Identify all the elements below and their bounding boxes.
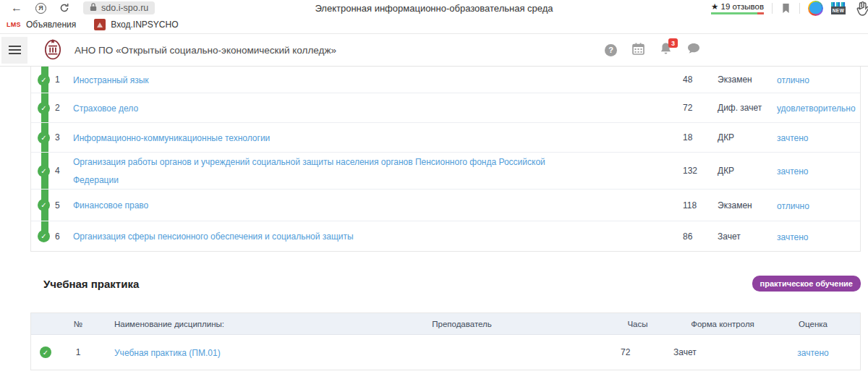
hand-extension-icon[interactable] [854, 0, 868, 16]
discipline-hours: 132 [683, 166, 718, 176]
discipline-control-form: ДКР [718, 132, 777, 143]
url-text: sdo.i-spo.ru [101, 3, 148, 13]
inpsycho-favicon [94, 19, 106, 30]
discipline-grade-link[interactable]: зачтено [777, 166, 809, 177]
discipline-link[interactable]: Информационно-коммуникационные технологи… [73, 133, 270, 143]
discipline-link[interactable]: Финансовое право [73, 200, 148, 210]
toolbar-separator [772, 3, 773, 14]
browser-page-title: Электронная информационно-образовательна… [315, 3, 553, 14]
discipline-number: 5 [55, 200, 73, 210]
help-icon[interactable]: ? [605, 44, 617, 56]
discipline-row: ✓ 5 Финансовое право 118 Экзамен отлично [31, 190, 860, 221]
toolbar-separator [799, 3, 800, 14]
practice-section-header: Учебная практика практическое обучение [30, 276, 861, 292]
yandex-home-icon[interactable]: Я [35, 3, 46, 14]
discipline-hours: 86 [683, 231, 718, 242]
bookmark-announcements[interactable]: Объявления [26, 20, 76, 30]
practice-row: ✓ 1 Учебная практика (ПМ.01) 72 Зачет за… [31, 335, 860, 370]
discipline-grade-link[interactable]: отлично [777, 201, 809, 211]
discipline-control-form: Диф. зачет [718, 103, 777, 113]
discipline-hours: 72 [683, 103, 718, 113]
discipline-row: ✓ 6 Организация сферы пенсионного обеспе… [31, 221, 860, 251]
completed-check-icon: ✓ [38, 132, 50, 144]
practice-number: 1 [60, 347, 96, 357]
notification-count-badge: 3 [668, 38, 678, 48]
lms-favicon: LMS [7, 21, 21, 28]
completed-check-icon: ✓ [38, 199, 50, 211]
practice-table: № Наименование дисциплины: Преподаватель… [30, 312, 861, 370]
discipline-control-form: Экзамен [718, 75, 777, 85]
discipline-control-form: Экзамен [718, 200, 777, 210]
col-header-control: Форма контроля [665, 320, 780, 328]
practical-training-badge: практическое обучение [752, 276, 861, 292]
discipline-grade-link[interactable]: зачтено [777, 133, 809, 143]
new-extension-icon[interactable]: NEW [831, 2, 846, 14]
messages-icon[interactable] [687, 43, 700, 57]
col-header-teacher: Преподаватель [313, 320, 610, 328]
practice-hours: 72 [610, 347, 665, 357]
rating-bar [711, 12, 764, 14]
discipline-number: 2 [55, 103, 73, 113]
reviews-extension[interactable]: ★ 19 отзывов [711, 1, 764, 14]
college-name: АНО ПО «Открытый социально-экономический… [75, 45, 336, 56]
col-header-hours: Часы [610, 320, 665, 328]
discipline-row: ✓ 1 Иностранный язык 48 Экзамен отлично [31, 67, 860, 93]
completed-check-icon: ✓ [38, 102, 50, 114]
discipline-link[interactable]: Страховое дело [73, 103, 138, 114]
completed-check-icon: ✓ [38, 165, 50, 177]
discipline-row: ✓ 2 Страховое дело 72 Диф. зачет удовлет… [31, 93, 860, 123]
discipline-grade-link[interactable]: удовлетворительно [777, 103, 856, 114]
lock-icon [90, 1, 97, 14]
discipline-number: 1 [55, 75, 73, 85]
disciplines-table: ✓ 1 Иностранный язык 48 Экзамен отлично … [30, 67, 861, 252]
discipline-row: ✓ 3 Информационно-коммуникационные техно… [31, 123, 860, 153]
practice-section-title: Учебная практика [43, 278, 139, 290]
browser-logo-icon[interactable] [808, 1, 823, 16]
discipline-number: 4 [55, 166, 73, 176]
refresh-icon[interactable] [59, 3, 69, 13]
discipline-hours: 118 [683, 200, 718, 210]
main-content: ✓ 1 Иностранный язык 48 Экзамен отлично … [0, 67, 868, 370]
calendar-icon[interactable] [632, 43, 644, 58]
practice-control-form: Зачет [665, 347, 780, 357]
discipline-control-form: ДКР [718, 166, 777, 176]
browser-toolbar: ← Я sdo.i-spo.ru Электронная информацион… [0, 0, 868, 16]
discipline-grade-link[interactable]: отлично [777, 75, 809, 85]
back-icon[interactable]: ← [11, 2, 22, 14]
col-header-num: № [60, 320, 96, 328]
notifications-bell-icon[interactable]: 3 [660, 42, 672, 58]
discipline-number: 3 [55, 132, 73, 143]
col-header-grade: Оценка [780, 320, 860, 328]
practice-link[interactable]: Учебная практика (ПМ.01) [114, 348, 221, 358]
discipline-number: 6 [55, 231, 73, 242]
college-logo[interactable] [41, 36, 65, 64]
practice-grade-link[interactable]: зачтено [797, 348, 829, 358]
completed-check-icon: ✓ [38, 74, 50, 86]
bookmark-inpsycho-login[interactable]: Вход.INPSYCHO [111, 20, 178, 30]
completed-check-icon: ✓ [40, 346, 51, 358]
bookmark-flag-icon[interactable] [782, 3, 790, 14]
discipline-link[interactable]: Организация сферы пенсионного обеспечени… [73, 231, 354, 242]
discipline-hours: 48 [683, 75, 718, 85]
reviews-label: ★ 19 отзывов [711, 1, 764, 12]
bookmarks-bar: LMS Объявления Вход.INPSYCHO [0, 16, 868, 34]
discipline-hours: 18 [683, 132, 718, 143]
discipline-link[interactable]: Иностранный язык [73, 75, 149, 85]
site-header: АНО ПО «Открытый социально-экономический… [0, 34, 868, 67]
completed-check-icon: ✓ [38, 230, 50, 242]
hamburger-menu-button[interactable] [1, 37, 27, 64]
discipline-control-form: Зачет [718, 231, 777, 242]
practice-table-header: № Наименование дисциплины: Преподаватель… [31, 313, 860, 335]
address-bar[interactable]: sdo.i-spo.ru [83, 1, 155, 14]
discipline-grade-link[interactable]: зачтено [777, 232, 809, 242]
discipline-link[interactable]: Организация работы органов и учреждений … [73, 157, 545, 185]
discipline-row: ✓ 4 Организация работы органов и учрежде… [31, 153, 860, 190]
col-header-name: Наименование дисциплины: [96, 320, 313, 328]
